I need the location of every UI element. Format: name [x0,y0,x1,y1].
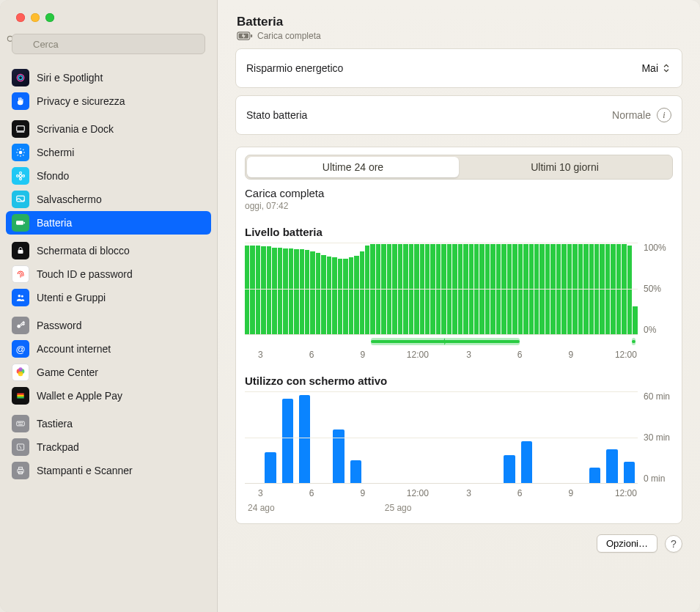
charge-status-text: Carica completa [257,31,321,41]
search-input[interactable] [12,34,205,54]
wallet-icon [12,387,29,405]
sidebar-item-battery[interactable]: Batteria [6,211,211,235]
segment-10d[interactable]: Ultimi 10 giorni [459,157,671,177]
low-power-label: Risparmio energetico [246,62,343,74]
svg-point-36 [18,422,19,423]
lock-icon [12,242,29,259]
svg-point-24 [18,295,21,298]
sidebar-item-internet-accounts[interactable]: @ Account internet [6,337,211,361]
charge-status-row: Carica completa [237,31,682,41]
search-field-wrap [0,29,217,62]
battery-icon [12,214,29,232]
sidebar-item-label: Wallet e Apple Pay [37,390,122,402]
battery-level-yaxis: 100% 50% 0% [638,243,673,335]
hand-icon [12,92,29,110]
sidebar-item-label: Scrivania e Dock [37,123,114,135]
sidebar-item-siri[interactable]: Siri e Spotlight [6,66,211,89]
printer-icon [12,462,29,479]
last-full-charge-title: Carica completa [245,187,673,199]
sidebar-item-touchid[interactable]: Touch ID e password [6,262,211,286]
svg-rect-32 [17,395,23,397]
flower-icon [12,167,29,185]
fingerprint-icon [12,265,29,283]
charts-panel: Ultime 24 ore Ultimi 10 giorni Carica co… [235,147,682,524]
svg-rect-23 [18,250,23,254]
svg-point-6 [19,151,23,155]
sidebar-item-privacy[interactable]: Privacy e sicurezza [6,89,211,113]
sidebar-item-passwords[interactable]: Password [6,314,211,337]
sidebar-item-users[interactable]: Utenti e Gruppi [6,286,211,309]
sidebar-item-label: Utenti e Gruppi [37,292,106,303]
low-power-panel: Risparmio energetico Mai [235,48,682,88]
sidebar-item-lockscreen[interactable]: Schermata di blocco [6,239,211,262]
sidebar-item-label: Batteria [37,217,72,229]
last-full-charge-time: oggi, 07:42 [245,201,673,211]
svg-point-37 [19,422,20,423]
at-icon: @ [12,340,29,358]
low-power-value: Mai [641,62,658,74]
low-power-popup[interactable]: Mai [641,62,671,74]
trackpad-icon [12,438,29,456]
charging-indicator [245,338,638,345]
dock-icon [12,120,29,138]
zoom-window-button[interactable] [45,13,54,22]
svg-rect-21 [16,221,23,224]
svg-rect-42 [19,467,23,469]
sidebar-item-label: Game Center [37,366,98,378]
battery-health-panel: Stato batteria Normale i [235,95,682,135]
main-header: Batteria Carica completa [235,12,682,48]
battery-level-title: Livello batteria [245,226,673,238]
health-value: Normale [612,109,651,121]
svg-rect-41 [18,469,23,473]
key-icon [12,317,29,334]
svg-point-29 [18,372,23,377]
svg-rect-22 [24,222,25,224]
chevron-up-down-icon [661,63,671,73]
screensaver-icon [12,191,29,208]
footer: Opzioni… ? [235,534,682,553]
sidebar-item-printers[interactable]: Stampanti e Scanner [6,459,211,482]
screen-usage-yaxis: 60 min 30 min 0 min [638,391,673,484]
sidebar-item-displays[interactable]: Schermi [6,141,211,164]
keyboard-icon [12,415,29,432]
close-window-button[interactable] [16,13,25,22]
screen-usage-dates: 24 ago 25 ago [245,503,638,513]
sidebar-item-label: Tastiera [37,418,73,429]
gamecenter-icon [12,364,29,381]
sidebar-item-trackpad[interactable]: Trackpad [6,435,211,459]
sidebar-item-label: Stampanti e Scanner [37,465,133,476]
sidebar-item-screensaver[interactable]: Salvaschermo [6,188,211,211]
sidebar-item-label: Schermata di blocco [37,245,130,257]
svg-point-26 [17,325,21,328]
sidebar-item-label: Account internet [37,343,111,355]
svg-point-18 [16,175,18,177]
svg-line-11 [18,150,18,150]
sidebar-item-desktop-dock[interactable]: Scrivania e Dock [6,117,211,141]
brightness-icon [12,144,29,161]
bolt-icon [441,337,449,348]
health-label: Stato batteria [246,109,307,121]
sidebar-item-wallpaper[interactable]: Sfondo [6,164,211,188]
svg-point-15 [19,174,22,177]
minimize-window-button[interactable] [31,13,40,22]
info-icon[interactable]: i [657,108,671,122]
sidebar-item-label: Trackpad [37,441,79,453]
svg-point-39 [22,422,23,423]
screen-usage-xaxis: 3 6 9 12:00 3 6 9 12:00 [245,488,638,500]
battery-status-icon [237,32,253,40]
options-button[interactable]: Opzioni… [597,534,657,553]
segment-24h[interactable]: Ultime 24 ore [247,157,459,177]
battery-level-xaxis: 3 6 9 12:00 3 6 9 12:00 [245,350,638,361]
help-button[interactable]: ? [665,535,682,553]
svg-point-25 [21,295,23,298]
time-range-segmented: Ultime 24 ore Ultimi 10 giorni [245,155,673,180]
sidebar-item-wallet[interactable]: Wallet e Apple Pay [6,384,211,408]
svg-rect-31 [17,394,23,395]
sidebar-item-label: Privacy e sicurezza [37,95,125,107]
sidebar-item-gamecenter[interactable]: Game Center [6,361,211,384]
screen-usage-chart: 3 6 9 12:00 3 6 9 12:00 24 ago 25 ago 60… [245,391,673,513]
sidebar-item-keyboard[interactable]: Tastiera [6,412,211,435]
svg-rect-34 [17,421,25,426]
svg-rect-46 [251,34,252,37]
sidebar-item-label: Touch ID e password [37,268,133,280]
